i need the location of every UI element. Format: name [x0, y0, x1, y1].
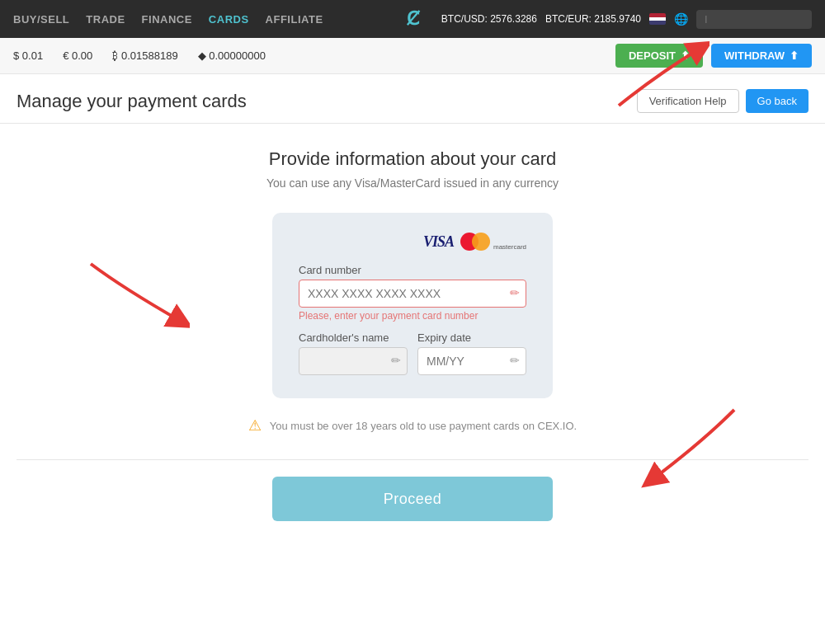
warning-icon: ⚠	[248, 416, 262, 435]
mastercard-circle-right	[472, 233, 490, 251]
warning-section: ⚠ You must be over 18 years old to use p…	[248, 416, 577, 435]
card-number-input-wrapper: ✏	[299, 280, 526, 308]
section-subtitle: You can use any Visa/MasterCard issued i…	[266, 176, 559, 190]
globe-icon[interactable]: 🌐	[674, 12, 688, 26]
navbar: BUY/SELL TRADE FINANCE CARDS AFFILIATE Ȼ…	[0, 0, 825, 38]
balance-items: $ 0.01 € 0.00 ₿ 0.01588189 ◆ 0.00000000	[13, 49, 266, 62]
card-number-input[interactable]	[299, 280, 526, 308]
cardholder-group: Cardholder's name ✏	[299, 331, 408, 375]
expiry-edit-icon[interactable]: ✏	[510, 354, 520, 367]
nav-link-finance[interactable]: FINANCE	[142, 13, 192, 26]
balance-actions: DEPOSIT ⬆ WITHDRAW ⬆	[615, 44, 812, 68]
card-logos: VISA mastercard	[299, 233, 526, 251]
withdraw-button[interactable]: WITHDRAW ⬆	[711, 44, 812, 68]
cardholder-label: Cardholder's name	[299, 331, 408, 344]
nav-link-cards[interactable]: CARDS	[209, 13, 249, 26]
expiry-label: Expiry date	[417, 331, 526, 344]
mastercard-text: mastercard	[493, 243, 526, 251]
flag-icon	[649, 13, 666, 25]
balance-eth: ◆ 0.00000000	[198, 49, 266, 62]
card-number-error: Please, enter your payment card number	[299, 310, 526, 322]
proceed-button[interactable]: Proceed	[272, 477, 553, 521]
deposit-button[interactable]: DEPOSIT ⬆	[615, 44, 703, 68]
nav-logo: Ȼ	[407, 8, 419, 30]
card-number-label: Card number	[299, 264, 526, 276]
mastercard-logo: mastercard	[460, 233, 526, 251]
balance-usd: $ 0.01	[13, 49, 43, 62]
page-title: Manage your payment cards	[16, 91, 247, 112]
balance-bar: $ 0.01 € 0.00 ₿ 0.01588189 ◆ 0.00000000 …	[0, 38, 825, 74]
separator	[16, 459, 808, 460]
cardholder-edit-icon[interactable]: ✏	[391, 354, 401, 367]
verification-help-button[interactable]: Verification Help	[637, 89, 739, 113]
cardholder-expiry-row: Cardholder's name ✏ Expiry date ✏	[299, 331, 526, 375]
expiry-input-wrapper: ✏	[417, 347, 526, 375]
balance-eur: € 0.00	[63, 49, 92, 62]
card-number-group: Card number ✏ Please, enter your payment…	[299, 264, 526, 322]
go-back-button[interactable]: Go back	[746, 89, 808, 113]
card-form: VISA mastercard Card number ✏ Please, en…	[272, 213, 553, 398]
proceed-section: Proceed	[0, 477, 825, 546]
page-header: Manage your payment cards Verification H…	[0, 74, 825, 124]
nav-link-buysell[interactable]: BUY/SELL	[13, 13, 69, 26]
search-input[interactable]	[696, 10, 812, 29]
warning-text: You must be over 18 years old to use pay…	[270, 420, 577, 432]
expiry-group: Expiry date ✏	[417, 331, 526, 375]
btc-eur-price: BTC/EUR: 2185.9740	[545, 13, 641, 25]
visa-logo: VISA	[423, 233, 454, 251]
cardholder-input-wrapper: ✏	[299, 347, 408, 375]
nav-link-affiliate[interactable]: AFFILIATE	[266, 13, 323, 26]
page-header-actions: Verification Help Go back	[637, 89, 808, 113]
card-number-edit-icon[interactable]: ✏	[510, 286, 520, 299]
nav-right: BTC/USD: 2576.3286 BTC/EUR: 2185.9740 🌐	[441, 10, 812, 29]
btc-usd-price: BTC/USD: 2576.3286	[441, 13, 537, 25]
balance-btc: ₿ 0.01588189	[112, 49, 177, 62]
nav-link-trade[interactable]: TRADE	[86, 13, 125, 26]
nav-links: BUY/SELL TRADE FINANCE CARDS AFFILIATE	[13, 13, 323, 26]
main-content: Provide information about your card You …	[0, 124, 825, 477]
section-title: Provide information about your card	[269, 148, 557, 170]
